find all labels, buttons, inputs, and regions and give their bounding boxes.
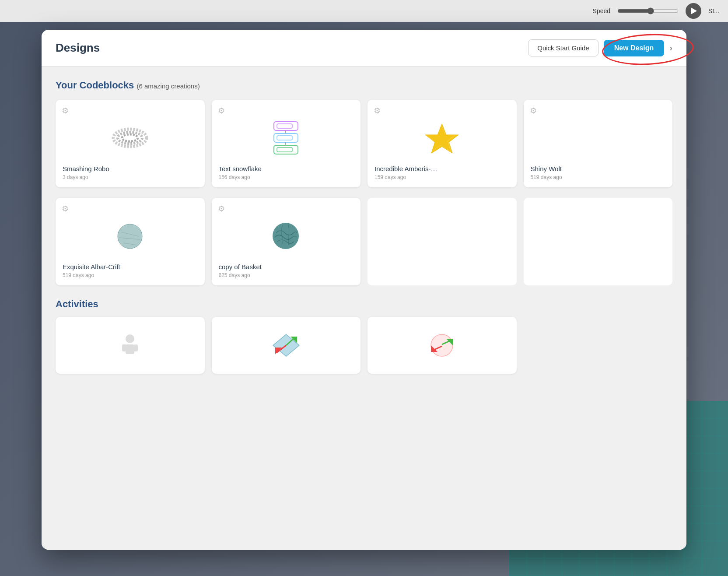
modal-header: Designs Quick Start Guide New Design › (42, 30, 686, 67)
activity-figure-icon (117, 332, 143, 358)
activity-card-empty (524, 317, 673, 374)
gear-icon-shiny-wolt[interactable]: ⚙ (530, 106, 537, 116)
play-icon (691, 7, 697, 14)
empty-slot-2 (524, 198, 673, 285)
gear-icon-exquisite-albar[interactable]: ⚙ (62, 204, 69, 214)
basket-icon (270, 220, 302, 253)
card-image-copy-of-basket (219, 205, 354, 263)
modal-title: Designs (56, 41, 100, 55)
svg-rect-6 (277, 136, 292, 140)
top-bar: Speed St... (0, 0, 728, 22)
svg-rect-5 (274, 133, 298, 142)
card-image-shiny-wolt (531, 107, 666, 165)
card-exquisite-albar[interactable]: ⚙ Exquisite Albar-Crift 519 days ago (56, 198, 205, 285)
header-actions: Quick Start Guide New Design › (528, 39, 672, 56)
card-title-exquisite-albar: Exquisite Albar-Crift (63, 263, 198, 270)
activity-arrows-icon (269, 332, 304, 358)
gear-icon-copy-of-basket[interactable]: ⚙ (218, 204, 225, 214)
card-date-exquisite-albar: 519 days ago (63, 272, 198, 278)
codeblocks-grid-row1: ⚙ Smashing Robo 3 days ago ⚙ (56, 100, 672, 187)
star-icon (424, 122, 461, 155)
speed-label: Speed (593, 7, 610, 14)
card-image-incredible-amberis (374, 107, 510, 165)
svg-rect-4 (277, 124, 292, 128)
designs-modal: Designs Quick Start Guide New Design › Y… (42, 30, 686, 550)
svg-point-29 (431, 334, 453, 356)
svg-rect-23 (133, 344, 138, 351)
card-shiny-wolt[interactable]: ⚙ Shiny Wolt 519 days ago (524, 100, 673, 187)
card-smashing-robo[interactable]: ⚙ Smashing Robo 3 days ago (56, 100, 205, 187)
svg-rect-22 (122, 344, 126, 351)
activity-arrows2-icon (424, 332, 459, 358)
activity-card-1[interactable] (56, 317, 205, 374)
gear-icon-smashing-robo[interactable]: ⚙ (62, 106, 69, 116)
card-title-smashing-robo: Smashing Robo (63, 165, 198, 172)
activities-grid (56, 317, 672, 374)
new-design-button[interactable]: New Design (604, 40, 665, 56)
card-title-text-snowflake: Text snowflake (219, 165, 354, 172)
card-date-copy-of-basket: 625 days ago (219, 272, 354, 278)
svg-point-20 (126, 334, 134, 343)
svg-marker-11 (425, 124, 458, 153)
svg-rect-3 (274, 122, 298, 130)
st-label: St... (708, 7, 719, 14)
empty-slot-1 (368, 198, 517, 285)
activities-section: Activities (56, 299, 672, 374)
codeblocks-section-header: Your Codeblocks (6 amazing creations) (56, 80, 672, 91)
svg-rect-8 (277, 148, 292, 152)
card-image-smashing-robo (63, 107, 198, 165)
rope-icon (110, 124, 150, 152)
card-image-text-snowflake (219, 107, 354, 165)
card-text-snowflake[interactable]: ⚙ (212, 100, 361, 187)
card-title-shiny-wolt: Shiny Wolt (531, 165, 666, 172)
codeblocks-subtitle: (6 amazing creations) (136, 82, 200, 90)
play-button[interactable] (686, 3, 701, 19)
card-date-shiny-wolt: 519 days ago (531, 174, 666, 180)
card-title-incredible-amberis: Incredible Amberis-… (374, 165, 510, 172)
codeblocks-grid-row2: ⚙ Exquisite Albar-Crift 519 days ago (56, 198, 672, 285)
card-image-exquisite-albar (63, 205, 198, 263)
codeblocks-title: Your Codeblocks (56, 80, 134, 91)
card-date-incredible-amberis: 159 days ago (374, 174, 510, 180)
svg-rect-7 (274, 145, 298, 154)
card-date-text-snowflake: 156 days ago (219, 174, 354, 180)
svg-point-2 (122, 134, 138, 141)
gear-icon-incredible-amberis[interactable]: ⚙ (374, 106, 381, 116)
activity-card-3[interactable] (368, 317, 517, 374)
quick-start-button[interactable]: Quick Start Guide (528, 39, 598, 56)
card-title-copy-of-basket: copy of Basket (219, 263, 354, 270)
card-date-smashing-robo: 3 days ago (63, 174, 198, 180)
blocks-icon (267, 119, 304, 157)
svg-rect-21 (126, 344, 134, 354)
crystal-icon (115, 221, 145, 252)
modal-content: Your Codeblocks (6 amazing creations) ⚙ … (42, 67, 686, 550)
chevron-right-icon[interactable]: › (669, 43, 672, 53)
card-incredible-amberis[interactable]: ⚙ Incredible Amberis-… 159 days ago (368, 100, 517, 187)
card-copy-of-basket[interactable]: ⚙ copy of Basket 625 days ago (212, 198, 361, 285)
gear-icon-text-snowflake[interactable]: ⚙ (218, 106, 225, 116)
speed-slider[interactable] (617, 7, 679, 14)
activities-title: Activities (56, 299, 672, 310)
activity-card-2[interactable] (212, 317, 361, 374)
